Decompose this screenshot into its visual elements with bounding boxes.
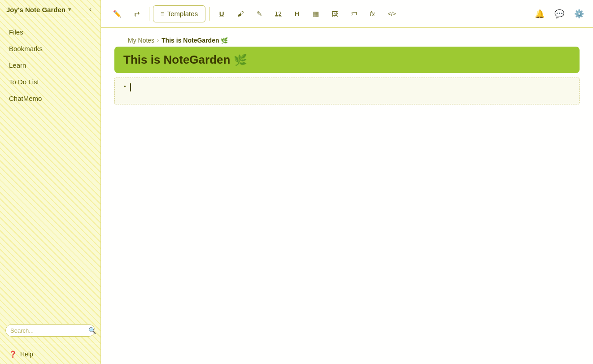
sidebar-header: Joy's Note Garden ▾ ‹ [0, 0, 100, 19]
search-icon: 🔍 [88, 327, 96, 334]
formula-icon: fx [370, 10, 375, 17]
note-title-bar: This is NoteGarden 🌿 [114, 47, 580, 73]
dropdown-icon: ▾ [68, 6, 71, 13]
sidebar-nav: Files Bookmarks Learn To Do List ChatMem… [0, 19, 100, 321]
code-icon: </> [388, 10, 396, 17]
note-title: This is NoteGarden 🌿 [123, 53, 247, 67]
image-icon: 🖼 [331, 10, 338, 17]
text-cursor [130, 83, 131, 91]
topbar-right-icons: 🔔 💬 ⚙️ [533, 7, 586, 21]
sidebar-collapse-button[interactable]: ‹ [87, 4, 94, 14]
sidebar-item-chatmemo[interactable]: ChatMemo [0, 90, 100, 107]
code-button[interactable]: </> [383, 5, 401, 22]
sidebar-item-label: Bookmarks [9, 45, 43, 52]
pen-tool-button[interactable]: ✏️ [108, 5, 126, 22]
note-title-plant-icon: 🌿 [234, 54, 247, 66]
note-title-text: This is NoteGarden [123, 53, 230, 67]
sidebar-item-todo[interactable]: To Do List [0, 74, 100, 90]
help-circle-icon: ❓ [9, 351, 17, 358]
templates-label: Templates [167, 10, 198, 17]
tag-button[interactable]: 🏷 [345, 5, 362, 22]
heading-icon: H [295, 10, 300, 17]
breadcrumb-current: This is NoteGarden 🌿 [161, 37, 228, 44]
editor-cursor-container [130, 83, 131, 91]
settings-button[interactable]: ⚙️ [572, 7, 586, 21]
sidebar-item-learn[interactable]: Learn [0, 57, 100, 74]
templates-button[interactable]: ≡ Templates [153, 5, 205, 22]
chat-button[interactable]: 💬 [553, 7, 566, 21]
main-area: ✏️ ⇄ ≡ Templates U 🖌 ✎ 1̲2̲ [101, 0, 593, 364]
breadcrumb: My Notes › This is NoteGarden 🌿 [114, 32, 580, 47]
highlight-icon: 🖌 [237, 10, 244, 17]
bullet-dot: ● [124, 84, 126, 88]
highlight-button[interactable]: 🖌 [232, 5, 249, 22]
image-button[interactable]: 🖼 [326, 5, 343, 22]
edit-button[interactable]: ✎ [251, 5, 268, 22]
help-button[interactable]: ❓ Help [9, 351, 92, 358]
table-icon: ▦ [313, 10, 319, 18]
sidebar-footer: ❓ Help [0, 344, 100, 364]
edit-icon: ✎ [257, 10, 262, 18]
underline-button[interactable]: U [213, 5, 230, 22]
app-name: Joy's Note Garden ▾ [6, 6, 71, 13]
breadcrumb-parent[interactable]: My Notes [128, 37, 154, 44]
editor-bullet-item: ● [124, 83, 570, 91]
breadcrumb-current-text: This is NoteGarden [161, 37, 219, 44]
arrows-icon: ⇄ [134, 10, 140, 18]
list-icon: 1̲2̲ [275, 10, 282, 17]
sidebar: Joy's Note Garden ▾ ‹ Files Bookmarks Le… [0, 0, 101, 364]
pen-icon: ✏️ [113, 10, 122, 18]
topbar: ✏️ ⇄ ≡ Templates U 🖌 ✎ 1̲2̲ [101, 0, 593, 28]
gear-icon: ⚙️ [574, 9, 584, 19]
sidebar-item-label: To Do List [9, 78, 39, 86]
formula-button[interactable]: fx [364, 5, 381, 22]
toolbar: ✏️ ⇄ ≡ Templates U 🖌 ✎ 1̲2̲ [108, 5, 401, 22]
underline-icon: U [219, 10, 224, 17]
toolbar-divider [149, 7, 149, 21]
breadcrumb-plant-icon: 🌿 [221, 37, 228, 44]
sidebar-item-label: ChatMemo [9, 95, 42, 102]
sidebar-item-label: Files [9, 28, 23, 36]
sidebar-search-container: 🔍 [5, 324, 95, 337]
search-input[interactable] [10, 327, 86, 334]
collapse-icon: ‹ [89, 5, 92, 13]
toolbar-divider-2 [209, 7, 209, 21]
heading-button[interactable]: H [288, 5, 305, 22]
table-button[interactable]: ▦ [307, 5, 324, 22]
app-name-text: Joy's Note Garden [6, 6, 65, 13]
bell-icon: 🔔 [535, 9, 545, 19]
help-label: Help [20, 351, 33, 358]
list-button[interactable]: 1̲2̲ [270, 5, 287, 22]
sidebar-item-label: Learn [9, 61, 26, 69]
notifications-button[interactable]: 🔔 [533, 7, 546, 21]
sidebar-item-files[interactable]: Files [0, 24, 100, 40]
arrows-tool-button[interactable]: ⇄ [128, 5, 145, 22]
tag-icon: 🏷 [350, 10, 357, 17]
templates-icon: ≡ [161, 10, 165, 17]
breadcrumb-separator: › [157, 37, 159, 43]
editor-content[interactable]: ● [114, 78, 580, 104]
chat-icon: 💬 [554, 9, 564, 19]
sidebar-item-bookmarks[interactable]: Bookmarks [0, 40, 100, 57]
editor-area[interactable]: My Notes › This is NoteGarden 🌿 This is … [101, 28, 593, 364]
